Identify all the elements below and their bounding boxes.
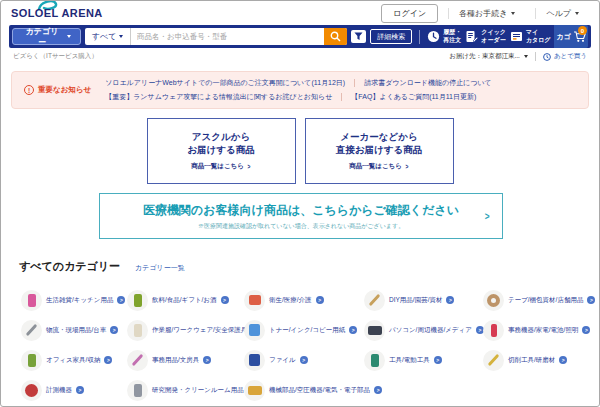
askul-delivery-box[interactable]: アスクルから お届けする商品 商品一覧はこちら > — [147, 118, 296, 184]
category-label: 計測機器 — [46, 386, 72, 395]
order-history-label: 履歴・再注文 — [443, 29, 461, 43]
category-item[interactable]: 事務用品/文房具 > — [121, 350, 238, 371]
category-item[interactable]: DIY用品/園芸/資材 > — [358, 290, 477, 311]
search-icon — [330, 31, 341, 42]
notice-link[interactable]: 【重要】ランサムウェア攻撃による情報流出に関するお詫びとお知らせ — [105, 92, 332, 102]
askul-delivery-title: アスクルから お届けする商品 — [187, 131, 254, 157]
chevron-circle-icon: > — [76, 386, 84, 394]
category-item[interactable]: 研究開発・クリーンルーム用品 > — [121, 380, 238, 401]
cart-button[interactable]: カゴ 0 — [554, 25, 588, 48]
category-label: 物流・現場用品/台車 — [46, 326, 106, 335]
notice-line-2: 【重要】ランサムウェア攻撃による情報流出に関するお詫びとお知らせ 【FAQ】よく… — [105, 92, 492, 102]
quick-order-button[interactable]: クイックオーダー — [465, 29, 506, 43]
cutting-tool-icon — [483, 350, 504, 371]
notice-banner: ! 重要なお知らせ ソロエルアリーナWebサイトでの一部商品のご注文再開について… — [11, 71, 589, 109]
chevron-circle-icon: > — [587, 296, 595, 304]
category-item[interactable]: 作業服/ワークウェア/安全保護具 > — [121, 320, 238, 341]
category-item[interactable]: 生活雑貨/キッチン用品 > — [15, 290, 121, 311]
filter-icon[interactable] — [351, 30, 366, 43]
chevron-circle-icon: > — [110, 326, 118, 334]
top-right-menu: ログイン 各種お手続き ヘルプ — [381, 4, 589, 23]
buy-later-link[interactable]: あとで買う — [543, 52, 587, 61]
search-scope-select[interactable]: すべて — [85, 28, 131, 45]
advanced-search-button[interactable]: 詳細検索 — [370, 29, 412, 44]
category-item[interactable]: トナー/インク/コピー用紙 > — [238, 320, 358, 341]
help-menu[interactable]: ヘルプ — [535, 8, 589, 19]
category-label: ファイル — [269, 356, 296, 365]
notice-link[interactable]: ソロエルアリーナWebサイトでの一部商品のご注文再開について(11月12日) — [105, 78, 345, 88]
procedures-menu[interactable]: 各種お手続き — [448, 8, 525, 19]
category-item[interactable]: 切削工具/研磨材 > — [477, 350, 577, 371]
quick-order-icon — [465, 30, 478, 43]
category-item[interactable]: 衛生/医療/介護 > — [238, 290, 358, 311]
category-item[interactable]: オフィス家具/収納 > — [15, 350, 121, 371]
page: SOLOEL ARENA ログイン 各種お手続き ヘルプ カテゴリー すべて — [0, 0, 600, 407]
category-item[interactable]: 機械部品/空圧機器/電気・電子部品 > — [238, 380, 358, 401]
category-label: 衛生/医療/介護 — [269, 296, 312, 305]
cart-count-badge: 0 — [578, 26, 587, 35]
divider — [535, 52, 536, 61]
file-icon — [244, 350, 265, 371]
category-item[interactable]: パソコン/周辺機器/メディア > — [358, 320, 477, 341]
logo-text: SOLOEL ARENA — [11, 7, 103, 19]
category-item[interactable]: テープ/梱包資材/店舗用品 > — [477, 290, 577, 311]
delivery-address-select[interactable]: お届け先：東京都江東... — [449, 52, 528, 61]
category-item[interactable]: 飲料/食品/ギフト/お酒 > — [121, 290, 238, 311]
maker-delivery-box[interactable]: メーカーなどから 直接お届けする商品 商品一覧はこちら > — [305, 118, 454, 184]
chevron-circle-icon: > — [104, 356, 112, 364]
search-button[interactable] — [324, 28, 347, 45]
my-catalog-button[interactable]: マイカタログ — [510, 29, 551, 43]
tape-icon — [483, 290, 504, 311]
category-item[interactable]: 工具/電動工具 > — [358, 350, 477, 371]
delivery-address-label: お届け先：東京都江東... — [449, 52, 520, 61]
stationery-icon — [127, 350, 148, 371]
medical-banner[interactable]: 医療機関のお客様向け商品は、こちらからご確認ください ※医療関連施設確認が取れて… — [99, 193, 503, 239]
funnel-glyph — [354, 32, 363, 41]
search-scope-value: すべて — [92, 31, 117, 42]
medical-banner-title: 医療機関のお客様向け商品は、こちらからご確認ください — [143, 202, 459, 219]
category-menu-button[interactable]: カテゴリー — [12, 28, 81, 45]
maker-delivery-title: メーカーなどから 直接お届けする商品 — [336, 131, 422, 157]
cart-label: カゴ — [557, 32, 571, 42]
category-label: オフィス家具/収納 — [46, 356, 100, 365]
pc-icon — [364, 320, 385, 341]
later-clock-icon — [543, 53, 551, 61]
diy-icon — [364, 290, 385, 311]
order-history-button[interactable]: 履歴・再注文 — [427, 29, 461, 43]
category-label: パソコン/周辺機器/メディア — [389, 326, 472, 335]
category-list-link[interactable]: カテゴリー一覧 — [135, 263, 185, 273]
askul-product-list-link[interactable]: 商品一覧はこちら > — [191, 162, 250, 171]
my-catalog-label: マイカタログ — [526, 29, 551, 43]
category-item[interactable]: 事務機器/家電/電池/照明 > — [477, 320, 577, 341]
search-input[interactable] — [131, 28, 324, 45]
chevron-circle-icon: > — [559, 356, 567, 364]
alert-icon: ! — [24, 85, 34, 95]
category-label: 作業服/ワークウェア/安全保護具 — [152, 326, 247, 335]
chevron-circle-icon: > — [316, 296, 324, 304]
chevron-circle-icon: > — [221, 296, 229, 304]
category-label: 切削工具/研磨材 — [508, 356, 555, 365]
lab-icon — [127, 380, 148, 401]
category-item[interactable]: ファイル > — [238, 350, 358, 371]
search-bar: すべて — [85, 28, 347, 45]
category-label: 事務用品/文房具 — [152, 356, 199, 365]
chevron-down-icon — [511, 12, 515, 15]
category-item[interactable]: 計測機器 > — [15, 380, 121, 401]
medical-icon — [244, 290, 265, 311]
notice-link[interactable]: 【FAQ】よくあるご質問(11月11日更新) — [332, 92, 476, 102]
maker-product-list-link[interactable]: 商品一覧はこちら > — [349, 162, 408, 171]
medical-banner-note: ※医療関連施設確認が取れていない場合、表示されない商品がございます。 — [198, 222, 404, 231]
login-button[interactable]: ログイン — [381, 4, 438, 23]
chevron-circle-icon: > — [434, 356, 442, 364]
bizraku-service-link[interactable]: ビズらく（ITサービス購入） — [13, 52, 98, 61]
subrow-right: お届け先：東京都江東... あとで買う — [449, 52, 587, 61]
chevron-circle-icon: > — [582, 326, 590, 334]
battery-icon — [483, 320, 504, 341]
category-item[interactable]: 物流・現場用品/台車 > — [15, 320, 121, 341]
category-label: 工具/電動工具 — [389, 356, 430, 365]
notice-link[interactable]: 請求書ダウンロード機能の停止について — [345, 78, 492, 88]
chevron-down-icon — [524, 55, 528, 58]
logo[interactable]: SOLOEL ARENA — [11, 1, 103, 25]
chevron-circle-icon: > — [446, 296, 454, 304]
category-menu-label: カテゴリー — [22, 26, 62, 48]
